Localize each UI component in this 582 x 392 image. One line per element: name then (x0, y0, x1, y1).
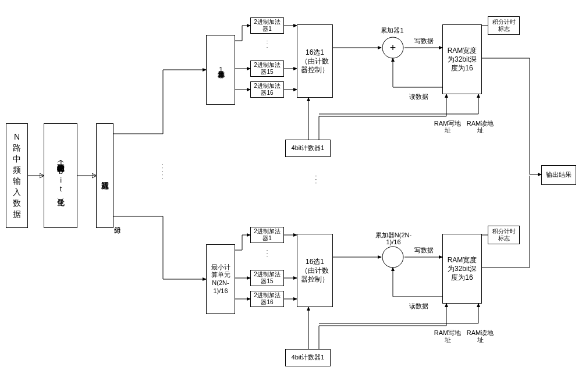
lower-mux-block: 16选1 （由计数器控制） (297, 234, 333, 307)
lower-acc-label: 累加器N(2N-1)/16 (372, 231, 414, 245)
plus-icon: + (390, 42, 396, 54)
wires (0, 0, 582, 392)
mid-dots: ··· (312, 174, 320, 185)
output-text: 输出结果 (546, 171, 572, 179)
lower-adder-16-text: 2进制加法器16 (252, 292, 282, 307)
lower-adder-16: 2进制加法器16 (250, 291, 284, 307)
upper-adder-16-text: 2进制加法器16 (252, 83, 282, 97)
upper-acc-label: 累加器1 (377, 27, 407, 34)
lower-counter-text: 4bit计数器1 (292, 354, 325, 362)
upper-mux-block: 16选1 （由计数器控制） (297, 24, 333, 98)
upper-adder-15-text: 2进制加法器15 (252, 62, 282, 76)
lower-mincell-text: 最小计算单元N(2N-1)/16 (208, 262, 233, 297)
upper-intflag-block: 积分计时标志 (488, 16, 520, 35)
lower-ram-text: RAM宽度为32bit深度为16 (444, 256, 480, 282)
input-block: N 路 中 频 输 入 数 据 (6, 123, 28, 228)
upper-ram-block: RAM宽度为32bit深度为16 (442, 24, 482, 94)
lower-raddr-label: RAM读地址 (466, 329, 495, 343)
upper-adder-1-text: 2进制加法器1 (252, 19, 282, 33)
lower-acc-circle (381, 245, 404, 269)
lower-adder-15: 2进制加法器15 (250, 270, 284, 286)
lower-mincell-block: 最小计算单元N(2N-1)/16 (206, 244, 235, 314)
upper-mincell-text: 最小计算单元1 (217, 66, 225, 74)
upper-acc-circle: + (381, 36, 404, 59)
upper-read-label: 读数据 (406, 93, 432, 100)
upper-adder-15: 2进制加法器15 (250, 60, 284, 77)
upper-adder-16: 2进制加法器16 (250, 81, 284, 98)
upper-counter-block: 4bit计数器1 (285, 140, 331, 157)
lower-adder-1: 2进制加法器1 (250, 227, 284, 243)
lower-intflag-block: 积分计时标志 (488, 226, 520, 244)
lower-ram-block: RAM宽度为32bit深度为16 (442, 234, 482, 304)
lower-waddr-label: RAM写地址 (433, 329, 462, 343)
input-text: N 路 中 频 输 入 数 据 (13, 131, 21, 219)
upper-mincell-block: 最小计算单元1 (206, 35, 235, 105)
lower-read-label: 读数据 (406, 302, 432, 309)
output-block: 输出结果 (541, 165, 576, 185)
lower-intflag-text: 积分计时标志 (489, 228, 518, 243)
upper-adder-1: 2进制加法器1 (250, 17, 284, 34)
lower-adder-dots: ··· (263, 249, 271, 258)
preprocess-text: 预处理（希尔伯特变换与1bit量化） (56, 158, 65, 193)
upper-raddr-label: RAM读地址 (466, 120, 495, 134)
xnor-block: 同或运算 (96, 123, 113, 228)
branch-dots: ····· (158, 163, 166, 180)
upper-mux-text: 16选1 （由计数器控制） (299, 48, 331, 74)
lower-write-label: 写数据 (411, 247, 437, 254)
lower-counter-block: 4bit计数器1 (285, 349, 331, 366)
upper-waddr-label: RAM写地址 (433, 120, 462, 134)
lower-adder-1-text: 2进制加法器1 (252, 228, 282, 243)
preprocess-block: 预处理（希尔伯特变换与1bit量化） (44, 123, 77, 228)
lower-adder-15-text: 2进制加法器15 (252, 271, 282, 286)
upper-counter-text: 4bit计数器1 (292, 144, 325, 152)
upper-adder-dots: ··· (263, 40, 271, 49)
upper-intflag-text: 积分计时标志 (489, 19, 518, 33)
upper-write-label: 写数据 (411, 37, 437, 44)
upper-ram-text: RAM宽度为32bit深度为16 (444, 47, 480, 73)
lower-mux-text: 16选1 （由计数器控制） (299, 258, 331, 284)
svg-point-1 (382, 247, 403, 268)
